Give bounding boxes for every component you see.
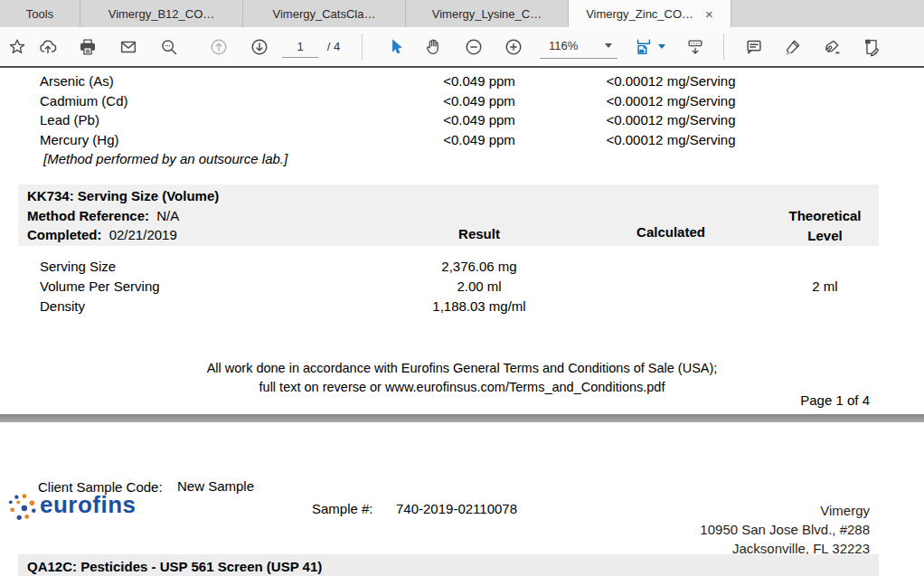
- zoom-level-value: 116%: [549, 39, 578, 52]
- highlight-icon[interactable]: [783, 37, 803, 57]
- chevron-down-icon: [605, 43, 612, 48]
- completed-label: Completed:: [27, 227, 102, 242]
- analyte-label: Mercury (Hg): [40, 132, 119, 147]
- favorites-star-icon[interactable]: [7, 37, 27, 57]
- print-icon[interactable]: [78, 37, 98, 57]
- column-header-theoretical-line2: Level: [741, 226, 909, 246]
- toolbar-divider: [723, 33, 724, 61]
- result-value: <0.049 ppm: [380, 93, 579, 109]
- terms-text: All work done in accordance with Eurofin…: [0, 359, 924, 396]
- eurofins-logo-text: eurofins: [40, 491, 137, 519]
- page-indicator: Page 1 of 4: [800, 392, 870, 408]
- table-row: Serving Size 2,376.06 mg: [0, 259, 924, 278]
- terms-line1: All work done in accordance with Eurofin…: [0, 359, 924, 378]
- table-row: Mercury (Hg) <0.049 ppm <0.00012 mg/Serv…: [0, 132, 924, 151]
- tab-label: Vimergy_CatsCla…: [273, 7, 376, 21]
- method-reference-label: Method Reference:: [27, 208, 149, 223]
- sample-number-label: Sample #:: [312, 501, 373, 516]
- fit-width-dropdown[interactable]: [634, 37, 665, 57]
- section-title: QA12C: Pesticides - USP 561 Screen (USP …: [27, 559, 322, 574]
- zoom-level-dropdown[interactable]: 116%: [540, 35, 618, 59]
- column-header-result: Result: [380, 226, 579, 241]
- serving-label: Density: [40, 298, 85, 314]
- serving-label: Serving Size: [40, 259, 116, 274]
- section-title: KK734: Serving Size (Volume): [27, 188, 219, 203]
- table-row: Arsenic (As) <0.049 ppm <0.00012 mg/Serv…: [0, 73, 924, 92]
- cloud-upload-icon[interactable]: [38, 37, 58, 57]
- tab-tools-label: Tools: [26, 7, 53, 21]
- client-sample-value: New Sample: [177, 478, 254, 494]
- result-value: 2.00 ml: [380, 279, 579, 294]
- result-value: <0.049 ppm: [380, 112, 579, 127]
- address-line1: 10950 San Jose Blvd., #288: [700, 520, 870, 539]
- per-serving-value: <0.00012 mg/Serving: [571, 112, 770, 127]
- tab-document-lysine[interactable]: Vimergy_Lysine_C…: [406, 0, 569, 27]
- column-header-theoretical: Theoretical Level: [741, 206, 909, 246]
- toolbar: / 4 116%: [0, 27, 924, 68]
- sample-number-value: 740-2019-02110078: [396, 501, 517, 516]
- terms-line2: full text on reverse or www.eurofinsus.c…: [0, 378, 924, 397]
- table-row: Cadmium (Cd) <0.049 ppm <0.00012 mg/Serv…: [0, 93, 924, 112]
- analyte-label: Arsenic (As): [40, 73, 114, 89]
- document-canvas[interactable]: Arsenic (As) <0.049 ppm <0.00012 mg/Serv…: [0, 70, 924, 576]
- page-total-label: / 4: [324, 40, 344, 53]
- email-icon[interactable]: [118, 37, 138, 57]
- method-note: [Method performed by an outsource lab.]: [43, 151, 288, 166]
- close-icon[interactable]: ×: [705, 7, 713, 21]
- tab-bar: Tools Vimergy_B12_CO… Vimergy_CatsCla… V…: [0, 0, 924, 27]
- analyte-label: Cadmium (Cd): [40, 93, 128, 109]
- result-value: 2,376.06 mg: [380, 259, 579, 274]
- section-header-kk734: KK734: Serving Size (Volume) Method Refe…: [18, 184, 879, 246]
- table-row: Density 1,188.03 mg/ml: [0, 298, 924, 317]
- hide-toolbar-icon[interactable]: [685, 37, 705, 57]
- select-tool-icon[interactable]: [386, 37, 406, 57]
- tab-label: Vimergy_Zinc_CO…: [586, 7, 693, 21]
- section-header-qa12c: QA12C: Pesticides - USP 561 Screen (USP …: [18, 554, 879, 576]
- edit-pdf-icon[interactable]: [862, 37, 882, 57]
- tab-document-catsclaw[interactable]: Vimergy_CatsCla…: [243, 0, 406, 27]
- toolbar-divider: [362, 33, 363, 61]
- previous-page-icon[interactable]: [209, 37, 229, 57]
- chevron-down-icon: [658, 44, 665, 49]
- table-row: Lead (Pb) <0.049 ppm <0.00012 mg/Serving: [0, 112, 924, 131]
- page-separator: [0, 414, 924, 422]
- company-name: Vimergy: [700, 501, 870, 520]
- result-value: <0.049 ppm: [380, 73, 579, 89]
- per-serving-value: <0.00012 mg/Serving: [571, 93, 770, 109]
- fill-sign-icon[interactable]: [823, 37, 843, 57]
- zoom-out-icon[interactable]: [464, 37, 484, 57]
- column-header-calculated: Calculated: [571, 224, 770, 240]
- tab-label: Vimergy_Lysine_C…: [432, 7, 542, 21]
- acrobat-window: Tools Vimergy_B12_CO… Vimergy_CatsCla… V…: [0, 0, 924, 576]
- analyte-label: Lead (Pb): [40, 112, 99, 127]
- zoom-in-icon[interactable]: [504, 37, 523, 57]
- next-page-icon[interactable]: [250, 37, 269, 57]
- result-value: <0.049 ppm: [380, 132, 579, 147]
- tab-document-zinc-active[interactable]: Vimergy_Zinc_CO… ×: [569, 0, 731, 27]
- result-value: 1,188.03 mg/ml: [380, 298, 579, 314]
- tab-label: Vimergy_B12_CO…: [108, 7, 215, 21]
- eurofins-logo-icon: [7, 492, 38, 523]
- theoretical-value: 2 ml: [741, 279, 909, 294]
- serving-label: Volume Per Serving: [40, 279, 160, 294]
- method-reference-value: N/A: [156, 208, 179, 223]
- search-icon[interactable]: [159, 37, 179, 57]
- column-header-theoretical-line1: Theoretical: [741, 206, 909, 226]
- per-serving-value: <0.00012 mg/Serving: [571, 132, 770, 147]
- comment-icon[interactable]: [744, 37, 764, 57]
- completed-value: 02/21/2019: [109, 227, 177, 242]
- tab-tools[interactable]: Tools: [0, 0, 80, 27]
- per-serving-value: <0.00012 mg/Serving: [571, 73, 770, 89]
- method-reference-line: Method Reference: N/A: [27, 208, 179, 223]
- completed-line: Completed: 02/21/2019: [27, 227, 177, 242]
- table-row: Volume Per Serving 2.00 ml 2 ml: [0, 279, 924, 297]
- tab-document-b12[interactable]: Vimergy_B12_CO…: [80, 0, 243, 27]
- hand-tool-icon[interactable]: [424, 37, 444, 57]
- page-number-input[interactable]: [282, 36, 318, 58]
- company-address-block: Vimergy 10950 San Jose Blvd., #288 Jacks…: [700, 501, 870, 558]
- fit-width-icon: [634, 37, 654, 57]
